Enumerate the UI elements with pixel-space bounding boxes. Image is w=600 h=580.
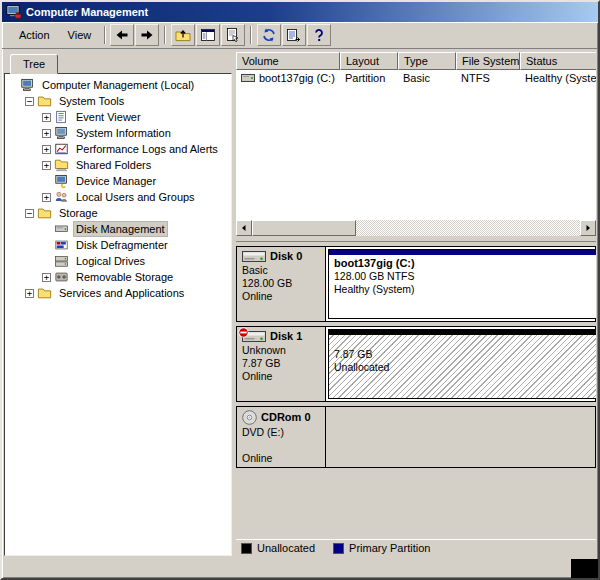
shared-folders-icon [54, 158, 70, 172]
up-one-level-icon [175, 27, 191, 43]
tree-view: Computer Management (Local)−System Tools… [4, 73, 232, 556]
tree-item-label: Logical Drives [74, 254, 147, 268]
cell-text: Partition [345, 72, 385, 84]
tree-item-disk-defragmenter[interactable]: Disk Defragmenter [6, 237, 231, 253]
toolbar-separator [104, 26, 106, 44]
tree-item-system-tools[interactable]: −System Tools [6, 93, 231, 109]
legend-label: Unallocated [257, 542, 315, 554]
expand-icon[interactable]: + [25, 289, 34, 298]
collapse-icon[interactable]: − [25, 209, 34, 218]
column-header-type[interactable]: Type [398, 52, 456, 70]
export-list-icon [286, 27, 302, 43]
menu-action[interactable]: Action [10, 26, 59, 44]
disk-info-line: 128.00 GB [242, 277, 320, 290]
tree-item-label: Services and Applications [57, 286, 186, 300]
tree-item-services-and-applications[interactable]: +Services and Applications [6, 285, 231, 301]
tab-tree[interactable]: Tree [10, 54, 58, 74]
hard-disk-icon [242, 250, 266, 263]
tree-item-disk-management[interactable]: Disk Management [6, 221, 231, 237]
title-bar[interactable]: Computer Management [2, 2, 598, 22]
column-header-volume[interactable]: Volume [236, 52, 340, 70]
collapse-icon[interactable]: − [25, 97, 34, 106]
tree-item-performance-logs-and-alerts[interactable]: +Performance Logs and Alerts [6, 141, 231, 157]
tree-item-local-users-and-groups[interactable]: +Local Users and Groups [6, 189, 231, 205]
scrollbar-thumb[interactable] [252, 220, 356, 236]
performance-logs-icon [54, 142, 70, 156]
folder-icon [37, 286, 53, 300]
hard-disk-icon-error [242, 330, 266, 343]
legend-label: Primary Partition [349, 542, 430, 554]
expand-icon[interactable]: + [42, 129, 51, 138]
tree-item-device-manager[interactable]: Device Manager [6, 173, 231, 189]
tree-item-label: Storage [57, 206, 100, 220]
up-one-level-button[interactable] [171, 24, 195, 46]
tab-row: Tree [4, 52, 232, 73]
tree-item-label: Removable Storage [74, 270, 175, 284]
forward-icon [139, 27, 155, 43]
show-hide-console-tree-button[interactable] [196, 24, 220, 46]
tree-item-shared-folders[interactable]: +Shared Folders [6, 157, 231, 173]
tree-item-computer-management-local[interactable]: Computer Management (Local) [6, 77, 231, 93]
cell-text: Basic [403, 72, 430, 84]
region-unallocated[interactable]: 7.87 GBUnallocated [328, 329, 596, 399]
column-header-file-system[interactable]: File System [456, 52, 520, 70]
disk-row-cdrom-0: CDRom 0DVD (E:) Online [236, 406, 596, 468]
expand-icon[interactable]: + [42, 161, 51, 170]
volume-list-header: VolumeLayoutTypeFile SystemStatus [236, 52, 596, 70]
expand-icon[interactable]: + [42, 145, 51, 154]
scroll-left-button[interactable] [236, 220, 252, 236]
disk-info-line: Online [242, 290, 320, 303]
cdrom-icon [242, 410, 257, 425]
tree-item-system-information[interactable]: +System Information [6, 125, 231, 141]
refresh-button[interactable] [257, 24, 281, 46]
scrollbar-track[interactable] [356, 220, 580, 236]
volume-row-boot137gig-c[interactable]: boot137gig (C:)PartitionBasicNTFSHealthy… [236, 70, 596, 86]
tree-item-logical-drives[interactable]: Logical Drives [6, 253, 231, 269]
expand-icon[interactable]: + [42, 113, 51, 122]
column-header-layout[interactable]: Layout [340, 52, 398, 70]
tree-item-removable-storage[interactable]: +Removable Storage [6, 269, 231, 285]
local-users-icon [54, 190, 70, 204]
disk-info-line [242, 439, 320, 452]
tree-item-label: Disk Management [74, 222, 167, 236]
cell-text: NTFS [461, 72, 490, 84]
menu-view[interactable]: View [59, 26, 101, 44]
expand-icon[interactable]: + [42, 273, 51, 282]
disk-name: Disk 0 [270, 250, 302, 263]
forward-button[interactable] [135, 24, 159, 46]
expand-icon[interactable]: + [42, 193, 51, 202]
scroll-right-button[interactable] [580, 220, 596, 236]
window-title: Computer Management [26, 6, 148, 18]
cell-file-system: NTFS [456, 72, 520, 84]
toolbar-separator [164, 26, 166, 44]
disk-info-line: Unknown [242, 344, 320, 357]
back-icon [114, 27, 130, 43]
computer-management-window: Computer Management Action View Tree Com… [0, 0, 600, 580]
computer-icon [20, 78, 36, 92]
tree-item-event-viewer[interactable]: +Event Viewer [6, 109, 231, 125]
tree-item-label: System Information [74, 126, 173, 140]
back-button[interactable] [110, 24, 134, 46]
legend-swatch [333, 543, 344, 554]
disk-management-icon [54, 222, 70, 236]
column-header-status[interactable]: Status [520, 52, 596, 70]
cell-status: Healthy (System) [520, 72, 596, 84]
region-body: 7.87 GBUnallocated [329, 335, 596, 398]
cell-layout: Partition [340, 72, 398, 84]
disk-header-disk-1[interactable]: Disk 1Unknown7.87 GBOnline [236, 326, 326, 402]
disk-info-line: Online [242, 370, 320, 383]
logical-drives-icon [54, 254, 70, 268]
tree-item-storage[interactable]: −Storage [6, 205, 231, 221]
graphical-disk-view: Disk 0Basic128.00 GBOnlineboot137gig (C:… [236, 241, 596, 539]
horizontal-scrollbar[interactable] [236, 220, 596, 236]
disk-header-cdrom-0[interactable]: CDRom 0DVD (E:) Online [236, 406, 326, 468]
properties-button[interactable] [221, 24, 245, 46]
help-button[interactable] [307, 24, 331, 46]
disk-row-disk-0: Disk 0Basic128.00 GBOnlineboot137gig (C:… [236, 246, 596, 322]
region-primary-partition[interactable]: boot137gig (C:)128.00 GB NTFSHealthy (Sy… [328, 249, 596, 319]
export-list-button[interactable] [282, 24, 306, 46]
disk-header-disk-0[interactable]: Disk 0Basic128.00 GBOnline [236, 246, 326, 322]
show-hide-console-tree-icon [200, 27, 216, 43]
region-line: 7.87 GB [334, 348, 593, 361]
window-bottom-strip [2, 558, 598, 578]
